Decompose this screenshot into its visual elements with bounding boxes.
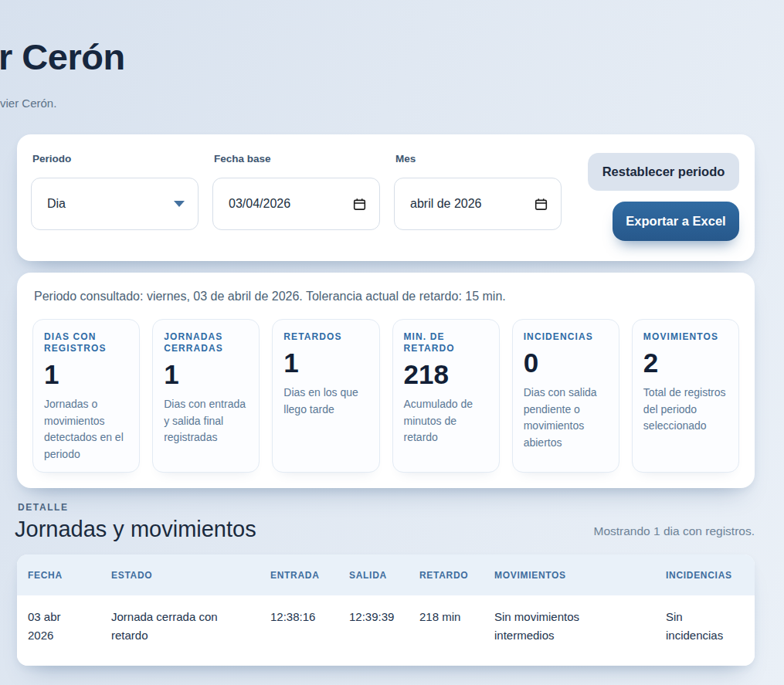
stat-description: Acumulado de minutos de retardo (404, 396, 490, 446)
periodo-selected-value: Dia (47, 197, 66, 211)
table-header-row: FECHA ESTADO ENTRADA SALIDA RETARDO MOVI… (17, 554, 755, 595)
column-header-incidencias: INCIDENCIAS (666, 554, 755, 595)
stat-label: RETARDOS (283, 331, 369, 343)
column-header-estado: ESTADO (111, 554, 270, 595)
field-periodo: Periodo Dia (31, 150, 199, 230)
mes-label: Mes (395, 153, 562, 164)
periodo-select[interactable]: Dia (31, 178, 199, 230)
stat-value: 1 (283, 348, 369, 378)
cell-entrada: 12:38:16 (270, 595, 349, 666)
detail-header: DETALLE Jornadas y movimientos Mostrando… (17, 502, 755, 542)
stat-card-movimientos: MOVIMIENTOS 2 Total de registros del per… (632, 319, 739, 473)
stat-label: MOVIMIENTOS (643, 331, 729, 343)
stat-card-incidencias: INCIDENCIAS 0 Dias con salida pendiente … (512, 319, 619, 473)
cell-incidencias: Sin incidencias (666, 595, 755, 666)
filter-panel: Periodo Dia Fecha base 03/04/2026 Mes (17, 134, 755, 261)
chevron-down-icon (174, 201, 185, 207)
reset-period-button[interactable]: Restablecer periodo (588, 153, 739, 191)
showing-count-text: Mostrando 1 dia con registros. (594, 524, 755, 542)
records-table: FECHA ESTADO ENTRADA SALIDA RETARDO MOVI… (17, 554, 755, 666)
cell-movimientos: Sin movimientos intermedios (494, 595, 666, 666)
stat-card-min-retardo: MIN. DE RETARDO 218 Acumulado de minutos… (392, 319, 500, 473)
stat-description: Dias con salida pendiente o movimientos … (524, 385, 609, 451)
stat-card-dias-con-registros: DIAS CON REGISTROS 1 Jornadas o movimien… (32, 319, 140, 473)
period-info-text: Periodo consultado: viernes, 03 de abril… (34, 290, 739, 304)
records-table-card: FECHA ESTADO ENTRADA SALIDA RETARDO MOVI… (17, 554, 755, 666)
stat-value: 0 (524, 348, 609, 378)
stats-row: DIAS CON REGISTROS 1 Jornadas o movimien… (32, 319, 739, 473)
stat-label: DIAS CON REGISTROS (44, 331, 130, 354)
filter-actions: Restablecer periodo Exportar a Excel (588, 150, 739, 241)
stat-card-jornadas-cerradas: JORNADAS CERRADAS 1 Dias con entrada y s… (152, 319, 260, 473)
stat-label: JORNADAS CERRADAS (164, 331, 249, 354)
detail-titles: DETALLE Jornadas y movimientos (17, 502, 256, 542)
fecha-base-value: 03/04/2026 (229, 197, 290, 211)
cell-estado: Jornada cerrada con retardo (111, 595, 270, 666)
fecha-base-label: Fecha base (214, 153, 380, 164)
stat-label: INCIDENCIAS (524, 331, 609, 343)
column-header-entrada: ENTRADA (270, 554, 349, 595)
calendar-icon[interactable] (353, 198, 366, 211)
export-excel-button[interactable]: Exportar a Excel (613, 202, 739, 241)
stat-description: Dias con entrada y salida final registra… (164, 396, 249, 446)
calendar-icon[interactable] (535, 198, 548, 211)
column-header-salida: SALIDA (349, 554, 419, 595)
cell-fecha: 03 abr 2026 (17, 595, 111, 666)
page: r Cerón vier Cerón. Periodo Dia Fecha ba… (0, 36, 784, 666)
periodo-label: Periodo (32, 153, 199, 164)
stat-description: Dias en los que llego tarde (283, 385, 369, 418)
page-title: r Cerón (0, 36, 755, 78)
table-row[interactable]: 03 abr 2026 Jornada cerrada con retardo … (17, 595, 755, 666)
column-header-retardo: RETARDO (419, 554, 494, 595)
field-mes: Mes abril de 2026 (394, 150, 562, 230)
stat-label: MIN. DE RETARDO (404, 331, 490, 354)
cell-retardo: 218 min (419, 595, 494, 666)
cell-salida: 12:39:39 (349, 595, 419, 666)
stat-description: Jornadas o movimientos detectados en el … (44, 396, 130, 463)
field-fecha-base: Fecha base 03/04/2026 (212, 150, 380, 230)
fecha-base-input[interactable]: 03/04/2026 (212, 178, 380, 230)
stat-value: 1 (164, 360, 249, 389)
column-header-fecha: FECHA (17, 554, 111, 595)
mes-input[interactable]: abril de 2026 (394, 178, 562, 230)
stat-value: 1 (44, 360, 130, 389)
stat-value: 2 (643, 348, 729, 378)
detail-eyebrow: DETALLE (18, 502, 256, 513)
mes-value: abril de 2026 (410, 197, 482, 211)
stat-card-retardos: RETARDOS 1 Dias en los que llego tarde (272, 319, 379, 473)
summary-panel: Periodo consultado: viernes, 03 de abril… (17, 273, 755, 488)
column-header-movimientos: MOVIMIENTOS (494, 554, 666, 595)
stat-description: Total de registros del periodo seleccion… (643, 385, 729, 435)
stat-value: 218 (404, 360, 490, 389)
section-heading: Jornadas y movimientos (15, 517, 256, 542)
page-subtitle: vier Cerón. (0, 97, 755, 110)
